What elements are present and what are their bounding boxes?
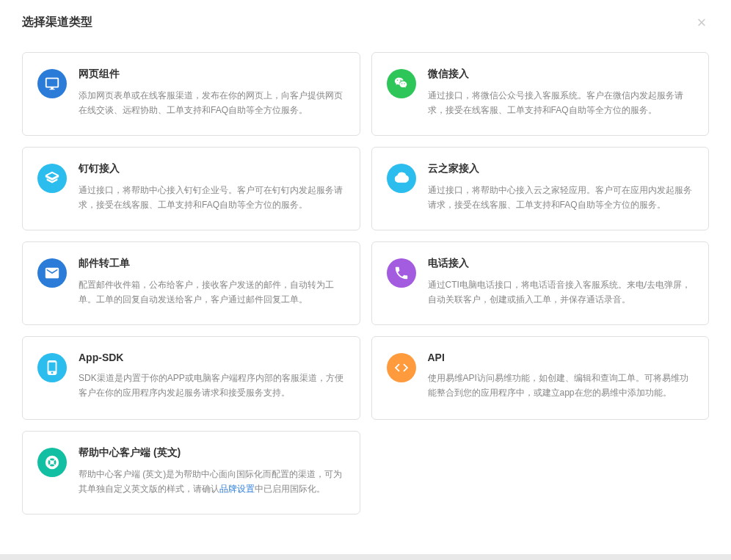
channel-title: App-SDK xyxy=(79,352,345,363)
channel-api[interactable]: API 使用易维API访问易维功能，如创建、编辑和查询工单。可将易维功能整合到您… xyxy=(371,336,710,420)
channel-desc: 通过接口，将帮助中心接入云之家轻应用。客户可在应用内发起服务请求，接受在线客服、… xyxy=(428,183,694,213)
wechat-icon xyxy=(387,69,416,98)
channel-app-sdk[interactable]: App-SDK SDK渠道是内置于你的APP或电脑客户端程序内部的客服渠道，方便… xyxy=(22,336,360,420)
channel-title: API xyxy=(428,352,694,363)
dialog-title: 选择渠道类型 xyxy=(22,15,92,30)
channel-content: 钉钉接入 通过接口，将帮助中心接入钉钉企业号。客户可在钉钉内发起服务请求，接受在… xyxy=(79,162,345,215)
channel-desc: 通过接口，将微信公众号接入客服系统。客户在微信内发起服务请求，接受在线客服、工单… xyxy=(428,88,694,118)
channel-desc: SDK渠道是内置于你的APP或电脑客户端程序内部的客服渠道，方便客户在你的应用程… xyxy=(79,371,345,401)
channel-web-widget[interactable]: 网页组件 添加网页表单或在线客服渠道，发布在你的网页上，向客户提供网页在线交谈、… xyxy=(22,52,360,136)
channel-dingtalk[interactable]: 钉钉接入 通过接口，将帮助中心接入钉钉企业号。客户可在钉钉内发起服务请求，接受在… xyxy=(22,147,360,230)
desc-suffix: 中已启用国际化。 xyxy=(255,484,325,494)
channel-desc: 使用易维API访问易维功能，如创建、编辑和查询工单。可将易维功能整合到您的应用程… xyxy=(428,371,694,401)
channel-help-center-en[interactable]: 帮助中心客户端 (英文) 帮助中心客户端 (英文)是为帮助中心面向国际化而配置的… xyxy=(22,431,360,514)
channel-content: 帮助中心客户端 (英文) 帮助中心客户端 (英文)是为帮助中心面向国际化而配置的… xyxy=(79,446,345,499)
channel-title: 钉钉接入 xyxy=(79,162,345,175)
channel-title: 电话接入 xyxy=(428,257,694,270)
channel-content: App-SDK SDK渠道是内置于你的APP或电脑客户端程序内部的客服渠道，方便… xyxy=(79,352,345,404)
close-icon: × xyxy=(697,15,707,31)
lifebuoy-icon xyxy=(37,448,67,477)
channel-title: 网页组件 xyxy=(79,68,345,81)
channel-desc: 通过CTI电脑电话接口，将电话语音接入客服系统。来电/去电弹屏，自动关联客户，创… xyxy=(428,277,694,308)
channel-title: 云之家接入 xyxy=(428,162,694,175)
code-icon xyxy=(387,353,416,382)
channel-desc: 配置邮件收件箱，公布给客户，接收客户发送的邮件，自动转为工单。工单的回复自动发送… xyxy=(79,277,345,308)
channel-title: 微信接入 xyxy=(428,68,694,81)
brand-settings-link[interactable]: 品牌设置 xyxy=(219,484,255,494)
channel-desc: 通过接口，将帮助中心接入钉钉企业号。客户可在钉钉内发起服务请求，接受在线客服、工… xyxy=(79,183,345,213)
channel-content: 电话接入 通过CTI电脑电话接口，将电话语音接入客服系统。来电/去电弹屏，自动关… xyxy=(428,257,694,310)
monitor-icon xyxy=(37,69,67,98)
channels-grid: 网页组件 添加网页表单或在线客服渠道，发布在你的网页上，向客户提供网页在线交谈、… xyxy=(22,52,709,514)
channel-title: 邮件转工单 xyxy=(79,257,345,270)
cloud-icon xyxy=(387,164,416,193)
phone-icon xyxy=(387,258,416,288)
channel-content: API 使用易维API访问易维功能，如创建、编辑和查询工单。可将易维功能整合到您… xyxy=(428,352,694,404)
channel-type-dialog: 选择渠道类型 × 网页组件 添加网页表单或在线客服渠道，发布在你的网页上，向客户… xyxy=(0,0,731,554)
close-button[interactable]: × xyxy=(694,15,709,30)
channel-yunzhijia[interactable]: 云之家接入 通过接口，将帮助中心接入云之家轻应用。客户可在应用内发起服务请求，接… xyxy=(371,147,710,230)
dingtalk-icon xyxy=(37,164,67,193)
channel-desc: 帮助中心客户端 (英文)是为帮助中心面向国际化而配置的渠道，可为其单独自定义英文… xyxy=(79,467,345,497)
channel-phone[interactable]: 电话接入 通过CTI电脑电话接口，将电话语音接入客服系统。来电/去电弹屏，自动关… xyxy=(371,241,710,325)
channel-title: 帮助中心客户端 (英文) xyxy=(79,446,345,459)
channel-content: 云之家接入 通过接口，将帮助中心接入云之家轻应用。客户可在应用内发起服务请求，接… xyxy=(428,162,694,215)
channel-content: 微信接入 通过接口，将微信公众号接入客服系统。客户在微信内发起服务请求，接受在线… xyxy=(428,68,694,120)
channel-desc: 添加网页表单或在线客服渠道，发布在你的网页上，向客户提供网页在线交谈、远程协助、… xyxy=(79,88,345,118)
dialog-header: 选择渠道类型 × xyxy=(22,15,709,30)
mail-icon xyxy=(37,258,67,288)
channel-wechat[interactable]: 微信接入 通过接口，将微信公众号接入客服系统。客户在微信内发起服务请求，接受在线… xyxy=(371,52,710,136)
channel-email[interactable]: 邮件转工单 配置邮件收件箱，公布给客户，接收客户发送的邮件，自动转为工单。工单的… xyxy=(22,241,360,325)
mobile-icon xyxy=(37,353,67,382)
channel-content: 邮件转工单 配置邮件收件箱，公布给客户，接收客户发送的邮件，自动转为工单。工单的… xyxy=(79,257,345,310)
channel-content: 网页组件 添加网页表单或在线客服渠道，发布在你的网页上，向客户提供网页在线交谈、… xyxy=(79,68,345,120)
